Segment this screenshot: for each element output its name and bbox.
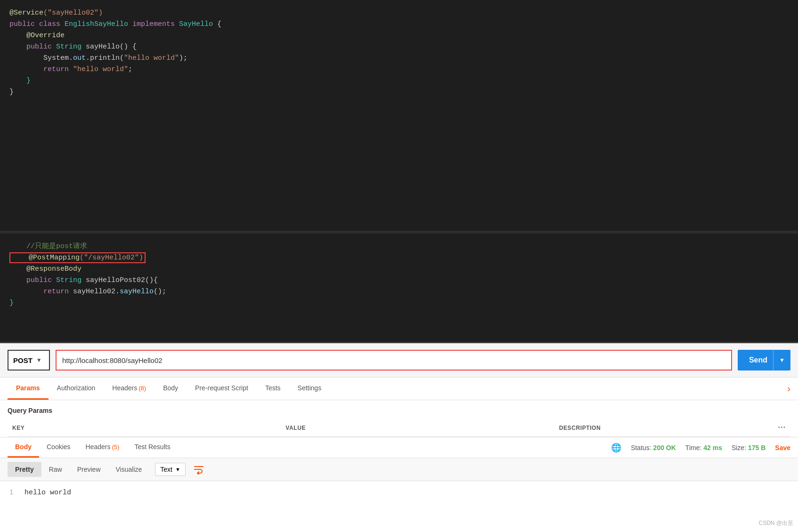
wrap-button[interactable] [191, 462, 206, 477]
watermark: CSDN @出至 [758, 519, 793, 527]
code-line: public String sayHelloPost02(){ [9, 275, 789, 286]
tab-headers[interactable]: Headers(8) [104, 378, 155, 400]
status-ok-badge: 200 OK [653, 444, 676, 451]
col-key: KEY [8, 419, 281, 437]
response-time: Time: 42 ms [685, 444, 722, 451]
code-line: public String sayHello() { [9, 41, 789, 53]
tab-tests[interactable]: Tests [257, 378, 289, 400]
code-line: public class EnglishSayHello implements … [9, 19, 789, 30]
format-visualize[interactable]: Visualize [108, 462, 150, 477]
col-value: VALUE [281, 419, 554, 437]
res-tab-headers[interactable]: Headers(5) [78, 437, 127, 458]
response-tabs: BodyCookiesHeaders(5)Test Results🌐Status… [0, 437, 798, 458]
query-params-section: Query Params KEY VALUE DESCRIPTION ··· [0, 400, 798, 437]
method-label: POST [13, 356, 33, 364]
response-size: Size: 175 B [732, 444, 765, 451]
res-tab-cookies[interactable]: Cookies [39, 437, 78, 458]
code-line: System.out.println("hello world"); [9, 53, 789, 64]
query-params-title: Query Params [8, 407, 790, 414]
method-dropdown-icon: ▼ [36, 357, 42, 363]
response-toolbar: PrettyRawPreviewVisualizeText▼ [0, 458, 798, 481]
code-line: @PostMapping("/sayHello02") [9, 252, 789, 264]
method-select[interactable]: POST ▼ [8, 350, 50, 371]
send-button[interactable]: Send ▼ [738, 350, 790, 371]
res-tab-body[interactable]: Body [8, 437, 39, 458]
tab-params[interactable]: Params [8, 378, 49, 400]
code-line: } [9, 87, 789, 98]
format-dropdown-icon: ▼ [175, 467, 180, 472]
send-dropdown-icon[interactable]: ▼ [774, 350, 790, 371]
code-editor-top: @Service("sayHello02")public class Engli… [0, 0, 798, 231]
code-line: } [9, 75, 789, 87]
status-text: Status: 200 OK [631, 444, 676, 451]
globe-icon[interactable]: 🌐 [611, 443, 621, 453]
code-line: return "hello world"; [9, 64, 789, 75]
format-dropdown-label: Text [160, 466, 172, 473]
response-line: 1hello world [9, 489, 789, 497]
code-line: @ResponseBody [9, 264, 789, 275]
code-line: } [9, 298, 789, 309]
format-pretty[interactable]: Pretty [8, 462, 41, 477]
size-value: 175 B [748, 444, 765, 451]
params-table: KEY VALUE DESCRIPTION ··· [8, 419, 790, 437]
code-line: @Service("sayHello02") [9, 8, 789, 19]
save-response-button[interactable]: Save [775, 444, 790, 451]
tabs-overflow[interactable]: › [787, 383, 790, 394]
tab-body[interactable]: Body [155, 378, 187, 400]
send-label: Send [749, 356, 773, 364]
time-value: 42 ms [703, 444, 722, 451]
dots-icon: ··· [778, 423, 786, 432]
line-content: hello world [24, 489, 71, 497]
response-status-area: 🌐Status: 200 OKTime: 42 msSize: 175 BSav… [611, 443, 790, 453]
request-tabs: ParamsAuthorizationHeaders(8)BodyPre-req… [0, 378, 798, 400]
code-line: return sayHello02.sayHello(); [9, 286, 789, 298]
tab-authorization[interactable]: Authorization [49, 378, 104, 400]
request-bar: POST ▼ Send ▼ [0, 343, 798, 378]
col-actions: ··· [773, 419, 790, 437]
tab-settings[interactable]: Settings [289, 378, 330, 400]
col-description: DESCRIPTION [554, 419, 773, 437]
code-line: //只能是post请求 [9, 241, 789, 252]
line-number: 1 [9, 489, 24, 496]
text-format-dropdown[interactable]: Text▼ [155, 463, 186, 476]
format-raw[interactable]: Raw [41, 462, 70, 477]
url-input-wrap [56, 350, 732, 371]
tab-pre-request-script[interactable]: Pre-request Script [187, 378, 257, 400]
response-body: 1hello world [0, 481, 798, 504]
format-preview[interactable]: Preview [70, 462, 108, 477]
url-input[interactable] [62, 356, 725, 364]
res-tab-test results[interactable]: Test Results [127, 437, 178, 458]
code-editor-bottom: //只能是post请求 @PostMapping("/sayHello02") … [0, 234, 798, 342]
code-line: @Override [9, 30, 789, 41]
